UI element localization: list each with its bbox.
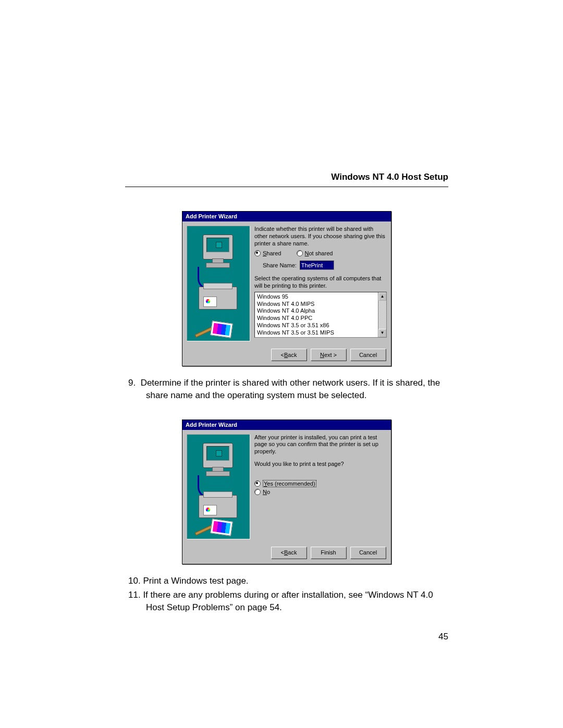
- testpage-text-2: Would you like to print a test page?: [254, 461, 387, 468]
- page-header: Windows NT 4.0 Host Setup: [125, 172, 448, 182]
- wizard-illustration: [187, 434, 250, 539]
- back-button[interactable]: < Back: [271, 547, 307, 559]
- wizard-illustration: [187, 226, 250, 341]
- step-10: Print a Windows test page.: [144, 575, 448, 587]
- radio-no[interactable]: No: [254, 489, 387, 495]
- os-select-label: Select the operating systems of all comp…: [254, 275, 387, 290]
- radio-shared[interactable]: Shared: [254, 250, 281, 256]
- dialog-titlebar: Add Printer Wizard: [182, 420, 391, 430]
- step-9: Determine if the printer is shared with …: [144, 377, 448, 402]
- radio-icon: [254, 489, 261, 495]
- radio-icon: [254, 480, 261, 487]
- os-listbox[interactable]: Windows 95Windows NT 4.0 MIPSWindows NT …: [254, 292, 387, 338]
- radio-not-shared[interactable]: Not shared: [297, 250, 333, 256]
- finish-button[interactable]: Finish: [311, 547, 346, 559]
- share-name-label: Share Name:: [263, 262, 297, 268]
- scroll-up-icon[interactable]: ▲: [378, 292, 386, 301]
- os-list-item[interactable]: Windows NT 4.0 PPC: [257, 315, 376, 322]
- header-divider: [125, 187, 448, 187]
- os-list-item[interactable]: Windows NT 4.0 Alpha: [257, 307, 376, 315]
- dialog-titlebar: Add Printer Wizard: [182, 212, 391, 221]
- os-list-item[interactable]: Windows NT 3.5 or 3.51 MIPS: [257, 329, 376, 337]
- os-list-item[interactable]: Windows NT 3.5 or 3.51 x86: [257, 322, 376, 329]
- page-number: 45: [125, 632, 448, 642]
- back-button[interactable]: < Back: [271, 349, 307, 361]
- radio-yes[interactable]: Yes (recommended): [254, 480, 387, 487]
- radio-icon: [254, 250, 261, 256]
- cancel-button[interactable]: Cancel: [350, 349, 386, 361]
- os-list-item[interactable]: Windows NT 4.0 MIPS: [257, 301, 376, 308]
- os-list-item[interactable]: Windows 95: [257, 293, 376, 301]
- testpage-text-1: After your printer is installed, you can…: [254, 434, 387, 455]
- share-name-input[interactable]: [300, 261, 334, 270]
- next-button[interactable]: Next >: [311, 349, 346, 361]
- add-printer-wizard-testpage-dialog: Add Printer Wizard After your printer is…: [182, 419, 391, 564]
- scrollbar[interactable]: ▲ ▼: [378, 292, 386, 337]
- radio-icon: [297, 250, 303, 256]
- scroll-down-icon[interactable]: ▼: [378, 329, 386, 337]
- add-printer-wizard-share-dialog: Add Printer Wizard Indicate whether this…: [182, 211, 391, 366]
- step-11: If there are any problems during or afte…: [144, 589, 448, 614]
- cancel-button[interactable]: Cancel: [350, 547, 386, 559]
- share-instruction: Indicate whether this printer will be sh…: [254, 226, 387, 247]
